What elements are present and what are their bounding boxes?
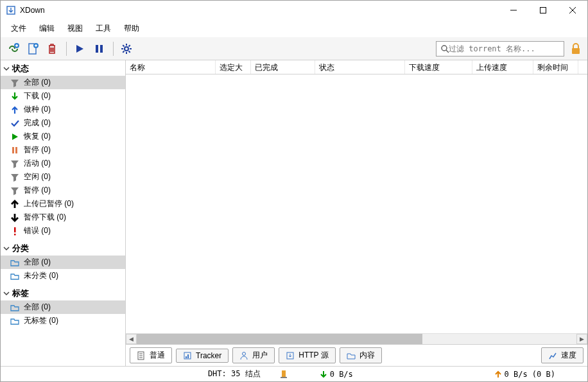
scroll-thumb[interactable]	[137, 334, 422, 344]
status-item-1[interactable]: 下载 (0)	[1, 89, 125, 103]
category-item-1[interactable]: 未分类 (0)	[1, 269, 125, 282]
sidebar-item-label: 下载 (0)	[24, 91, 51, 101]
column-header-0[interactable]: 名称	[126, 60, 216, 74]
menu-help[interactable]: 帮助	[117, 21, 146, 36]
user-icon	[239, 351, 248, 360]
up-icon	[10, 105, 20, 115]
status-item-3[interactable]: 完成 (0)	[1, 116, 125, 130]
svg-rect-34	[282, 370, 286, 377]
category-item-0[interactable]: 全部 (0)	[1, 256, 125, 269]
search-box[interactable]	[436, 41, 564, 56]
status-item-9[interactable]: 上传已暂停 (0)	[1, 197, 125, 211]
tab-speed[interactable]: 速度	[541, 347, 584, 363]
menu-edit[interactable]: 编辑	[33, 21, 61, 36]
titlebar: XDown	[1, 1, 587, 20]
status-item-8[interactable]: 暂停 (0)	[1, 184, 125, 197]
toolbar	[1, 37, 587, 60]
add-file-button[interactable]	[24, 40, 42, 58]
sidebar-item-label: 暂停 (0)	[24, 185, 51, 196]
column-header-6[interactable]: 剩余时间	[533, 60, 578, 74]
minimize-button[interactable]	[499, 1, 528, 20]
tab-content-label: 内容	[359, 350, 375, 361]
chevron-down-icon	[3, 290, 10, 297]
tab-content[interactable]: 内容	[340, 347, 382, 363]
lock-icon[interactable]	[568, 41, 584, 56]
tag-item-0[interactable]: 全部 (0)	[1, 300, 125, 314]
document-icon	[137, 351, 146, 360]
svg-line-16	[123, 51, 124, 52]
tab-tracker[interactable]: Tracker	[176, 349, 229, 363]
section-status[interactable]: 状态	[1, 62, 125, 76]
column-header-2[interactable]: 已完成	[251, 60, 315, 74]
section-tags[interactable]: 标签	[1, 286, 125, 300]
pause-button[interactable]	[90, 40, 108, 58]
add-link-button[interactable]	[4, 40, 22, 58]
status-item-2[interactable]: 做种 (0)	[1, 103, 125, 116]
close-button[interactable]	[558, 1, 587, 20]
status-item-7[interactable]: 空闲 (0)	[1, 170, 125, 184]
status-item-10[interactable]: 暂停下载 (0)	[1, 211, 125, 224]
folder-icon	[10, 257, 20, 268]
search-input[interactable]	[449, 44, 560, 53]
chevron-down-icon	[3, 245, 10, 252]
sidebar-item-label: 全部 (0)	[24, 302, 51, 313]
sidebar-item-label: 活动 (0)	[24, 158, 51, 169]
tracker-icon	[183, 351, 192, 360]
tab-tracker-label: Tracker	[196, 351, 221, 360]
svg-rect-35	[281, 377, 287, 378]
status-item-5[interactable]: 暂停 (0)	[1, 143, 125, 157]
svg-rect-20	[572, 48, 580, 54]
svg-point-18	[442, 46, 447, 51]
folder-icon	[10, 316, 20, 326]
svg-point-32	[243, 352, 246, 355]
section-categories[interactable]: 分类	[1, 241, 125, 256]
tab-general-label: 普通	[150, 350, 165, 361]
status-item-6[interactable]: 活动 (0)	[1, 157, 125, 170]
sidebar-item-label: 上传已暂停 (0)	[24, 198, 74, 209]
column-header-1[interactable]: 选定大小	[216, 60, 251, 74]
maximize-button[interactable]	[528, 1, 558, 20]
tab-http[interactable]: HTTP 源	[279, 347, 335, 363]
upbold-icon	[10, 199, 20, 209]
tab-user[interactable]: 用户	[232, 347, 275, 363]
scroll-right-button[interactable]: ▶	[576, 334, 587, 344]
table-header: 名称选定大小已完成状态下载速度上传速度剩余时间	[126, 60, 587, 74]
svg-rect-21	[12, 147, 14, 153]
scroll-left-button[interactable]: ◀	[126, 334, 137, 344]
disk-icon	[280, 370, 288, 379]
menubar: 文件 编辑 视图 工具 帮助	[1, 20, 587, 37]
filter-icon	[10, 186, 20, 196]
app-icon	[6, 5, 16, 15]
horizontal-scrollbar[interactable]: ◀ ▶	[126, 333, 587, 344]
column-header-3[interactable]: 状态	[315, 60, 405, 74]
status-upload: 0 B/s (0 B)	[494, 370, 555, 379]
start-button[interactable]	[71, 40, 89, 58]
exclaim-icon	[10, 226, 20, 236]
status-item-0[interactable]: 全部 (0)	[1, 76, 125, 89]
status-item-4[interactable]: 恢复 (0)	[1, 130, 125, 143]
menu-view[interactable]: 视图	[61, 21, 89, 36]
svg-rect-31	[187, 354, 189, 358]
column-header-5[interactable]: 上传速度	[472, 60, 533, 74]
scroll-track[interactable]	[137, 334, 576, 344]
status-disk	[280, 370, 288, 379]
folder-icon	[10, 271, 20, 281]
filter-icon	[10, 159, 20, 169]
delete-button[interactable]	[43, 40, 61, 58]
tab-general[interactable]: 普通	[130, 347, 172, 363]
down-arrow-icon	[320, 370, 327, 378]
status-item-11[interactable]: 错误 (0)	[1, 224, 125, 238]
menu-tools[interactable]: 工具	[89, 21, 117, 36]
tag-item-1[interactable]: 无标签 (0)	[1, 314, 125, 327]
menu-file[interactable]: 文件	[4, 21, 33, 36]
tab-user-label: 用户	[252, 350, 268, 361]
column-header-4[interactable]: 下载速度	[405, 60, 472, 74]
sidebar: 状态 全部 (0)下载 (0)做种 (0)完成 (0)恢复 (0)暂停 (0)活…	[1, 60, 126, 366]
up-arrow-icon	[494, 370, 502, 378]
pause-icon	[10, 145, 20, 155]
down-icon	[10, 91, 20, 101]
sidebar-item-label: 完成 (0)	[24, 117, 51, 128]
settings-button[interactable]	[117, 40, 135, 58]
sidebar-item-label: 无标签 (0)	[24, 315, 58, 326]
sidebar-item-label: 做种 (0)	[24, 104, 51, 115]
